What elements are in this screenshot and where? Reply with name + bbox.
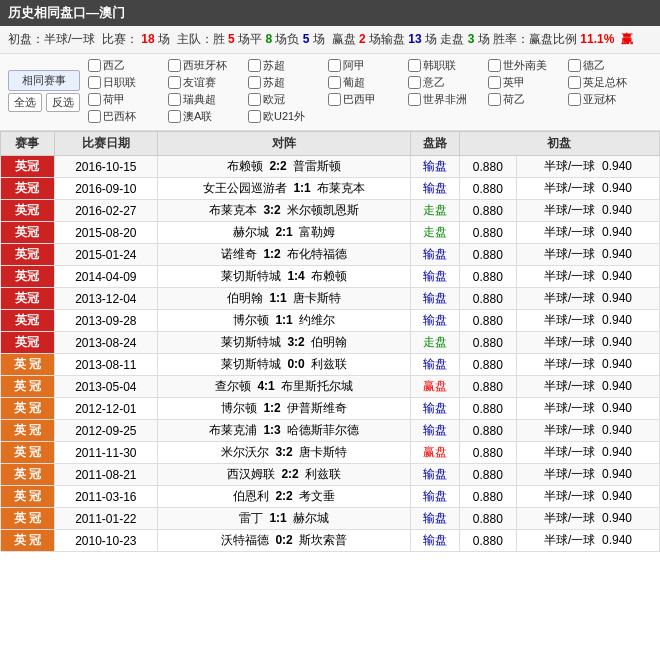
date-cell: 2011-08-21 <box>54 464 158 486</box>
matchup-cell: 沃特福德 0:2 斯坎索普 <box>158 530 411 552</box>
handicap-cell: 半球/一球 0.940 <box>517 398 660 420</box>
league-cell: 英 冠 <box>1 376 55 398</box>
select-all-button[interactable]: 全选 <box>8 93 42 112</box>
odds1-cell: 0.880 <box>459 156 516 178</box>
handicap-cell: 半球/一球 0.940 <box>517 156 660 178</box>
checkbox-item-4[interactable]: 韩职联 <box>408 58 488 73</box>
checkbox-item-11[interactable]: 意乙 <box>408 75 488 90</box>
table-row: 英冠 2016-10-15 布赖顿 2:2 普雷斯顿 输盘 0.880 半球/一… <box>1 156 660 178</box>
odds1-cell: 0.880 <box>459 354 516 376</box>
result-cell: 走盘 <box>411 332 460 354</box>
table-row: 英 冠 2010-10-23 沃特福德 0:2 斯坎索普 输盘 0.880 半球… <box>1 530 660 552</box>
checkbox-item-9[interactable]: 苏超 <box>248 75 328 90</box>
handicap-cell: 半球/一球 0.940 <box>517 222 660 244</box>
table-row: 英冠 2016-09-10 女王公园巡游者 1:1 布莱克本 输盘 0.880 … <box>1 178 660 200</box>
result-cell: 赢盘 <box>411 376 460 398</box>
checkbox-item-19[interactable]: 荷乙 <box>488 92 568 107</box>
matchup-cell: 雷丁 1:1 赫尔城 <box>158 508 411 530</box>
checkbox-item-8[interactable]: 友谊赛 <box>168 75 248 90</box>
table-row: 英冠 2013-12-04 伯明翰 1:1 唐卡斯特 输盘 0.880 半球/一… <box>1 288 660 310</box>
checkbox-item-3[interactable]: 阿甲 <box>328 58 408 73</box>
league-cell: 英冠 <box>1 288 55 310</box>
table-row: 英 冠 2013-05-04 查尔顿 4:1 布里斯托尔城 赢盘 0.880 半… <box>1 376 660 398</box>
checkbox-item-1[interactable]: 西班牙杯 <box>168 58 248 73</box>
checkbox-item-16[interactable]: 欧冠 <box>248 92 328 107</box>
similar-matches-button[interactable]: 相同赛事 <box>8 70 80 91</box>
checkbox-item-13[interactable]: 英足总杯 <box>568 75 648 90</box>
result-cell: 输盘 <box>411 288 460 310</box>
table-row: 英冠 2015-01-24 诺维奇 1:2 布化特福德 输盘 0.880 半球/… <box>1 244 660 266</box>
checkbox-item-20[interactable]: 亚冠杯 <box>568 92 648 107</box>
table-row: 英 冠 2012-12-01 博尔顿 1:2 伊普斯维奇 输盘 0.880 半球… <box>1 398 660 420</box>
checkbox-item-10[interactable]: 葡超 <box>328 75 408 90</box>
handicap-cell: 半球/一球 0.940 <box>517 420 660 442</box>
checkbox-item-21[interactable]: 巴西杯 <box>88 109 168 124</box>
result-cell: 走盘 <box>411 200 460 222</box>
date-cell: 2011-11-30 <box>54 442 158 464</box>
col-matchup: 对阵 <box>158 132 411 156</box>
checkbox-item-7[interactable]: 日职联 <box>88 75 168 90</box>
league-cell: 英 冠 <box>1 398 55 420</box>
matchup-cell: 女王公园巡游者 1:1 布莱克本 <box>158 178 411 200</box>
matchup-cell: 莱切斯特城 1:4 布赖顿 <box>158 266 411 288</box>
result-cell: 输盘 <box>411 530 460 552</box>
checkbox-item-12[interactable]: 英甲 <box>488 75 568 90</box>
date-cell: 2013-05-04 <box>54 376 158 398</box>
handicap-cell: 半球/一球 0.940 <box>517 266 660 288</box>
handicap-cell: 半球/一球 0.940 <box>517 244 660 266</box>
checkbox-item-23[interactable]: 欧U21外 <box>248 109 328 124</box>
page-title: 历史相同盘口—澳门 <box>8 5 125 20</box>
date-cell: 2012-12-01 <box>54 398 158 420</box>
odds1-cell: 0.880 <box>459 464 516 486</box>
checkbox-item-5[interactable]: 世外南美 <box>488 58 568 73</box>
result-cell: 输盘 <box>411 398 460 420</box>
invert-button[interactable]: 反选 <box>46 93 80 112</box>
league-cell: 英 冠 <box>1 420 55 442</box>
handicap-cell: 半球/一球 0.940 <box>517 288 660 310</box>
table-row: 英 冠 2012-09-25 布莱克浦 1:3 哈德斯菲尔德 输盘 0.880 … <box>1 420 660 442</box>
handicap-cell: 半球/一球 0.940 <box>517 530 660 552</box>
date-cell: 2011-01-22 <box>54 508 158 530</box>
handicap-cell: 半球/一球 0.940 <box>517 200 660 222</box>
odds1-cell: 0.880 <box>459 310 516 332</box>
checkbox-item-14[interactable]: 荷甲 <box>88 92 168 107</box>
odds1-cell: 0.880 <box>459 442 516 464</box>
checkbox-item-2[interactable]: 苏超 <box>248 58 328 73</box>
col-result: 盘路 <box>411 132 460 156</box>
matchup-cell: 诺维奇 1:2 布化特福德 <box>158 244 411 266</box>
checkbox-item-17[interactable]: 巴西甲 <box>328 92 408 107</box>
odds1-cell: 0.880 <box>459 398 516 420</box>
result-cell: 输盘 <box>411 420 460 442</box>
matchup-cell: 西汉姆联 2:2 利兹联 <box>158 464 411 486</box>
matchup-cell: 布赖顿 2:2 普雷斯顿 <box>158 156 411 178</box>
col-odds: 初盘 <box>459 132 659 156</box>
stats-bar: 初盘：半球/一球 比赛： 18 场 主队：胜 5 场平 8 场负 5 场 赢盘 … <box>0 26 660 54</box>
matchup-cell: 伯恩利 2:2 考文垂 <box>158 486 411 508</box>
col-date: 比赛日期 <box>54 132 158 156</box>
odds1-cell: 0.880 <box>459 530 516 552</box>
matchup-cell: 博尔顿 1:1 约维尔 <box>158 310 411 332</box>
col-league: 赛事 <box>1 132 55 156</box>
table-row: 英 冠 2011-11-30 米尔沃尔 3:2 唐卡斯特 赢盘 0.880 半球… <box>1 442 660 464</box>
table-row: 英 冠 2011-08-21 西汉姆联 2:2 利兹联 输盘 0.880 半球/… <box>1 464 660 486</box>
league-cell: 英 冠 <box>1 354 55 376</box>
matchup-cell: 布莱克本 3:2 米尔顿凯恩斯 <box>158 200 411 222</box>
league-cell: 英冠 <box>1 310 55 332</box>
checkbox-item-6[interactable]: 德乙 <box>568 58 648 73</box>
checkbox-item-18[interactable]: 世界非洲 <box>408 92 488 107</box>
odds1-cell: 0.880 <box>459 244 516 266</box>
league-cell: 英 冠 <box>1 508 55 530</box>
checkbox-area: 西乙西班牙杯苏超阿甲韩职联世外南美德乙日职联友谊赛苏超葡超意乙英甲英足总杯荷甲瑞… <box>88 58 652 124</box>
checkbox-item-22[interactable]: 澳A联 <box>168 109 248 124</box>
odds1-cell: 0.880 <box>459 288 516 310</box>
title-bar: 历史相同盘口—澳门 <box>0 0 660 26</box>
date-cell: 2016-09-10 <box>54 178 158 200</box>
result-cell: 输盘 <box>411 508 460 530</box>
checkbox-item-15[interactable]: 瑞典超 <box>168 92 248 107</box>
odds1-cell: 0.880 <box>459 178 516 200</box>
matchup-cell: 布莱克浦 1:3 哈德斯菲尔德 <box>158 420 411 442</box>
checkbox-item-0[interactable]: 西乙 <box>88 58 168 73</box>
date-cell: 2012-09-25 <box>54 420 158 442</box>
league-cell: 英冠 <box>1 178 55 200</box>
date-cell: 2016-10-15 <box>54 156 158 178</box>
